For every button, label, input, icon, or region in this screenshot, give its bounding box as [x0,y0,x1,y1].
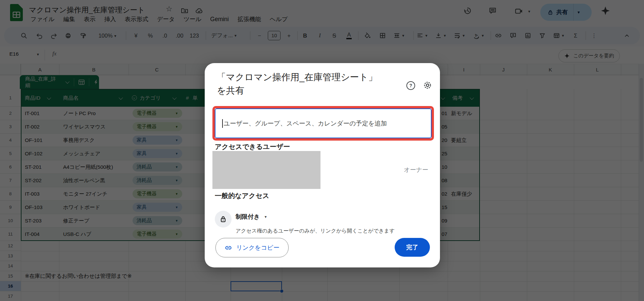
done-button[interactable]: 完了 [395,238,430,257]
restricted-lock-badge [215,211,232,228]
restricted-caret-icon[interactable]: ▾ [264,214,266,219]
owner-role-label: オーナー [395,166,428,174]
add-people-placeholder: ユーザー、グループ、スペース、カレンダーの予定を追加 [224,119,387,128]
restricted-description: アクセス権のあるユーザーのみが、リンクから開くことができます [236,228,395,235]
share-dialog-title-line2: を共有 [217,84,403,97]
restricted-label: 制限付き [236,213,260,221]
general-access-heading: 一般的なアクセス [215,191,269,200]
text-cursor [222,119,223,128]
link-icon [225,244,232,252]
owner-row-redacted-block [212,151,320,189]
general-access-selector[interactable]: 制限付き ▾ [236,213,266,221]
google-sheets-window: マクロマン操作用_在庫管理シート ☆ ファイル編集表示挿入表示形式データツールG… [0,0,644,301]
help-icon[interactable]: ? [406,81,415,90]
add-people-input[interactable]: ユーザー、グループ、スペース、カレンダーの予定を追加 [215,108,432,138]
highlighted-region: ユーザー、グループ、スペース、カレンダーの予定を追加 [212,106,434,141]
share-dialog: 「マクロマン操作用_在庫管理シート」 を共有 ? ユーザー、グループ、スペース、… [205,63,440,267]
copy-link-button[interactable]: リンクをコピー [215,238,289,257]
lock-icon [219,215,228,223]
copy-link-label: リンクをコピー [236,244,280,252]
gear-icon[interactable] [423,81,432,91]
share-dialog-title-line1: 「マクロマン操作用_在庫管理シート」 [217,70,403,84]
people-with-access-heading: アクセスできるユーザー [215,142,290,151]
share-dialog-title: 「マクロマン操作用_在庫管理シート」 を共有 [217,70,403,97]
done-label: 完了 [406,243,418,251]
